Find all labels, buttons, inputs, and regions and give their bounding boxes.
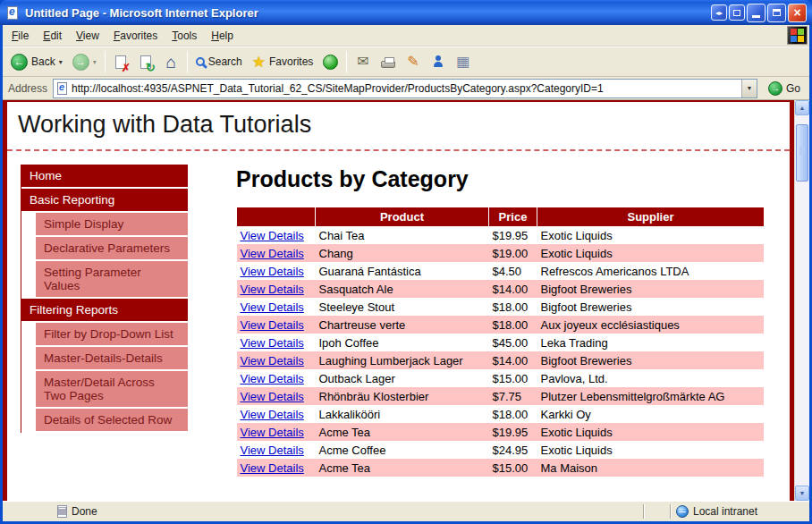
titlebar[interactable]: Untitled Page - Microsoft Internet Explo… xyxy=(0,0,812,25)
favorites-button[interactable]: ★ Favorites xyxy=(248,53,318,72)
supplier-cell: Plutzer Lebensmittelgroßmärkte AG xyxy=(537,387,765,405)
column-header-product: Product xyxy=(316,207,489,226)
restore-button[interactable] xyxy=(767,4,786,22)
product-cell: Steeleye Stout xyxy=(316,298,489,316)
supplier-cell: Exotic Liquids xyxy=(537,244,765,262)
home-icon: ⌂ xyxy=(165,54,175,71)
menu-item[interactable]: Edit xyxy=(36,26,69,46)
browser-window: Untitled Page - Microsoft Internet Explo… xyxy=(0,0,812,524)
go-icon: → xyxy=(768,81,782,96)
view-details-link[interactable]: View Details xyxy=(241,300,304,314)
product-cell: Acme Tea xyxy=(316,423,489,441)
sidebar-item[interactable]: Filter by Drop-Down List xyxy=(36,323,188,345)
forward-dropdown-caret: ▾ xyxy=(93,58,97,66)
print-button[interactable] xyxy=(376,50,400,74)
sidebar-item[interactable]: Filtering Reports xyxy=(21,299,188,321)
menu-item[interactable]: Help xyxy=(204,26,241,46)
sidebar-item[interactable]: Master-Details-Details xyxy=(36,347,188,369)
view-details-link[interactable]: View Details xyxy=(241,461,304,475)
forward-icon: → xyxy=(72,54,89,71)
sidebar-item[interactable]: Simple Display xyxy=(36,213,188,235)
messenger-button[interactable] xyxy=(426,50,450,74)
forward-button[interactable]: → ▾ xyxy=(68,52,101,72)
product-cell: Lakkalikööri xyxy=(316,405,489,423)
view-details-link[interactable]: View Details xyxy=(241,408,304,421)
price-cell: $4.50 xyxy=(489,262,537,280)
table-row: View Details Chang $19.00 Exotic Liquids xyxy=(237,244,765,262)
edit-button[interactable]: ✎ xyxy=(401,50,425,74)
view-details-link[interactable]: View Details xyxy=(241,265,304,278)
window-controls: ◂▸ × xyxy=(711,4,808,22)
view-details-cell: View Details xyxy=(237,262,316,280)
titlebar-extra-button-2[interactable] xyxy=(729,4,745,21)
view-details-link[interactable]: View Details xyxy=(241,390,304,403)
home-button[interactable]: ⌂ xyxy=(159,50,183,74)
grid-button[interactable]: ▦ xyxy=(451,50,475,74)
favorites-star-icon: ★ xyxy=(252,55,266,70)
supplier-cell: Bigfoot Breweries xyxy=(537,298,765,316)
stop-icon: ✗ xyxy=(122,63,131,73)
media-button[interactable] xyxy=(318,50,343,74)
windows-logo-icon xyxy=(787,26,808,45)
sidebar-item[interactable]: Basic Reporting xyxy=(21,189,188,211)
window-title: Untitled Page - Microsoft Internet Explo… xyxy=(25,6,706,20)
search-button[interactable]: Search xyxy=(191,54,247,70)
vertical-scrollbar[interactable]: ▲ ▼ xyxy=(794,100,809,501)
scroll-down-button[interactable]: ▼ xyxy=(795,486,809,501)
search-icon xyxy=(196,57,205,66)
product-cell: Laughing Lumberjack Lager xyxy=(316,351,489,369)
price-cell: $19.95 xyxy=(489,423,537,441)
product-cell: Sasquatch Ale xyxy=(316,280,489,298)
menu-item[interactable]: Tools xyxy=(165,26,204,46)
view-details-link[interactable]: View Details xyxy=(241,372,304,385)
view-details-link[interactable]: View Details xyxy=(241,229,304,242)
address-input[interactable] xyxy=(72,80,739,97)
price-cell: $18.00 xyxy=(489,298,537,316)
minimize-button[interactable] xyxy=(747,4,765,22)
go-button[interactable]: → Go xyxy=(763,80,806,97)
supplier-cell: Refrescos Americanos LTDA xyxy=(537,262,765,280)
scrollbar-track[interactable] xyxy=(795,115,809,486)
mail-button[interactable]: ✉ xyxy=(351,50,375,74)
media-icon xyxy=(323,55,338,70)
table-row: View Details Chai Tea $19.95 Exotic Liqu… xyxy=(237,226,765,244)
sidebar-item[interactable]: Declarative Parameters xyxy=(36,237,188,259)
close-button[interactable]: × xyxy=(788,4,807,22)
browser-viewport: Working with Data Tutorials HomeBasic Re… xyxy=(3,100,809,501)
menu-item[interactable]: View xyxy=(69,26,106,46)
view-details-link[interactable]: View Details xyxy=(241,336,304,350)
sidebar-item[interactable]: Home xyxy=(21,165,188,187)
scroll-up-button[interactable]: ▲ xyxy=(795,100,809,115)
stop-button[interactable]: ✗ xyxy=(109,50,133,74)
address-dropdown-button[interactable]: ▼ xyxy=(741,80,757,97)
address-bar: Address ▼ → Go xyxy=(3,77,809,100)
view-details-link[interactable]: View Details xyxy=(241,318,304,332)
refresh-button[interactable]: ↻ xyxy=(134,50,158,74)
view-details-link[interactable]: View Details xyxy=(241,426,304,439)
product-cell: Chai Tea xyxy=(316,226,489,244)
sidebar-item[interactable]: Details of Selected Row xyxy=(36,409,188,431)
menu-list: FileEditViewFavoritesToolsHelp xyxy=(4,26,241,46)
back-button[interactable]: ← Back ▾ xyxy=(6,52,67,72)
view-details-link[interactable]: View Details xyxy=(241,283,304,296)
table-row: View Details Acme Tea $15.00 Ma Maison xyxy=(237,459,765,477)
view-details-link[interactable]: View Details xyxy=(241,354,304,368)
titlebar-extra-button-1[interactable]: ◂▸ xyxy=(711,4,727,21)
back-icon: ← xyxy=(11,54,28,71)
status-left-segment: Done xyxy=(54,503,642,520)
window-icon xyxy=(5,5,21,21)
toolbar: ← Back ▾ → ▾ ✗ ↻ ⌂ Search ★ Favorites ✉ … xyxy=(3,46,809,77)
view-details-link[interactable]: View Details xyxy=(241,247,304,260)
back-label: Back xyxy=(31,55,55,68)
view-details-cell: View Details xyxy=(237,459,316,477)
view-details-link[interactable]: View Details xyxy=(241,444,304,457)
back-dropdown-caret[interactable]: ▾ xyxy=(59,58,63,66)
menu-item[interactable]: Favorites xyxy=(106,26,165,46)
supplier-cell: Exotic Liquids xyxy=(537,441,765,459)
site-banner: Working with Data Tutorials xyxy=(7,102,790,151)
sidebar-item[interactable]: Setting Parameter Values xyxy=(36,261,188,297)
scrollbar-thumb[interactable] xyxy=(796,124,808,182)
view-details-cell: View Details xyxy=(237,441,316,459)
menu-item[interactable]: File xyxy=(4,26,36,46)
sidebar-item[interactable]: Master/Detail Across Two Pages xyxy=(36,371,188,407)
